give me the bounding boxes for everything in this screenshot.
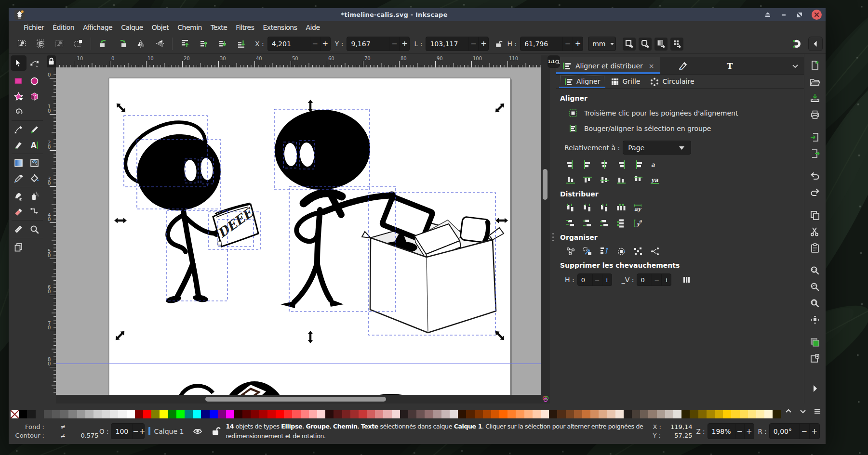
zoom-focus-button[interactable] bbox=[809, 314, 821, 325]
subtab-grille[interactable]: Grille bbox=[605, 75, 645, 88]
swatch-00ffff[interactable] bbox=[193, 410, 201, 418]
swatch-ff2a2a[interactable] bbox=[284, 410, 292, 418]
swatch-1a1a1a[interactable] bbox=[27, 410, 35, 418]
dist-text-h-button[interactable]: ay bbox=[633, 203, 643, 213]
shade-window-button[interactable] bbox=[764, 11, 772, 19]
swatch-803300[interactable] bbox=[475, 410, 483, 418]
unit-select[interactable]: mm bbox=[588, 37, 616, 51]
lower-button[interactable] bbox=[216, 38, 228, 50]
swatch-000000[interactable] bbox=[19, 410, 27, 418]
edit-paste-button[interactable] bbox=[809, 242, 821, 254]
swatch-ff6600[interactable] bbox=[499, 410, 507, 418]
swatch-none[interactable] bbox=[11, 410, 19, 418]
swatch-ffcc00[interactable] bbox=[723, 410, 731, 418]
swatch-806600[interactable] bbox=[698, 410, 707, 418]
swatch-ffe680[interactable] bbox=[748, 410, 756, 418]
rotate-ccw-button[interactable] bbox=[97, 38, 109, 50]
swatch-501616[interactable] bbox=[334, 410, 342, 418]
swatch-008000[interactable] bbox=[168, 410, 176, 418]
position-x-increment-button[interactable]: + bbox=[320, 37, 330, 51]
horizontal-scrollbar-thumb[interactable] bbox=[205, 397, 386, 402]
tool-connector[interactable] bbox=[27, 204, 42, 219]
swatch-e3e0db[interactable] bbox=[673, 410, 681, 418]
swatch-ff5555[interactable] bbox=[292, 410, 300, 418]
swatch-550000[interactable] bbox=[242, 410, 251, 418]
swatch-aa0000[interactable] bbox=[259, 410, 267, 418]
unoverlap-button[interactable] bbox=[682, 274, 693, 285]
align-right-button[interactable] bbox=[616, 159, 627, 170]
swatch-e9c6af[interactable] bbox=[607, 410, 615, 418]
transform-corners-toggle[interactable] bbox=[639, 38, 652, 51]
tool-fill-bucket[interactable] bbox=[27, 170, 42, 186]
swatch-c83737[interactable] bbox=[359, 410, 367, 418]
swatch-28170b[interactable] bbox=[549, 410, 557, 418]
align-bottom-anchor-button[interactable] bbox=[565, 175, 576, 185]
arrange-exchange-stacking-button[interactable] bbox=[599, 246, 610, 257]
arrange-randomize-button[interactable] bbox=[633, 246, 643, 257]
dist-gaps-v-button[interactable] bbox=[616, 218, 627, 229]
align-bottom-button[interactable] bbox=[616, 175, 627, 185]
document-import-button[interactable] bbox=[809, 131, 821, 143]
selection-touch-button[interactable] bbox=[72, 38, 84, 50]
zoom-page-button[interactable] bbox=[809, 298, 821, 309]
zoom-1-1-badge[interactable]: 1:1 bbox=[548, 55, 560, 68]
swatch-aa4400[interactable] bbox=[483, 410, 491, 418]
height-increment-button[interactable]: + bbox=[573, 37, 583, 51]
swatch-d4aa00[interactable] bbox=[715, 410, 723, 418]
color-managed-toggle[interactable] bbox=[541, 395, 550, 403]
tool-text[interactable]: A bbox=[27, 137, 42, 153]
swatch-ffffff[interactable] bbox=[127, 410, 135, 418]
swatch-00ff00[interactable] bbox=[176, 410, 185, 418]
edit-undo-button[interactable] bbox=[809, 170, 821, 182]
edit-cut-button[interactable] bbox=[809, 226, 821, 237]
zoom-field[interactable]: 198%−+ bbox=[708, 423, 754, 439]
menu-aide[interactable]: Aide bbox=[302, 22, 324, 33]
palette-menu-button[interactable] bbox=[813, 407, 822, 416]
opacity-decrement-button[interactable]: − bbox=[132, 424, 139, 439]
align-left-anchor-button[interactable] bbox=[565, 159, 576, 170]
tool-spiral[interactable] bbox=[11, 104, 27, 119]
swatch-a02c2c[interactable] bbox=[350, 410, 359, 418]
opacity-increment-button[interactable]: + bbox=[139, 424, 146, 439]
transform-gradient-toggle[interactable] bbox=[654, 38, 668, 51]
swatch-aa8800[interactable] bbox=[707, 410, 715, 418]
align-left-button[interactable] bbox=[582, 159, 593, 170]
swatch-999999[interactable] bbox=[77, 410, 85, 418]
swatch-e3dbdb[interactable] bbox=[450, 410, 458, 418]
palette-up-button[interactable] bbox=[784, 407, 793, 416]
swatch-ff9955[interactable] bbox=[516, 410, 524, 418]
transform-stroke-toggle[interactable] bbox=[623, 38, 636, 51]
swatch-c8b7b7[interactable] bbox=[441, 410, 450, 418]
tool-eraser[interactable] bbox=[11, 204, 27, 219]
align-option-0[interactable]: Troisième clic pour les poignées d'align… bbox=[569, 109, 804, 117]
dist-gaps-h-button[interactable] bbox=[616, 203, 627, 213]
tab-close-icon[interactable]: × bbox=[649, 62, 654, 70]
document-new-button[interactable] bbox=[809, 60, 821, 71]
align-right-anchor-button[interactable] bbox=[633, 159, 643, 170]
swatch-800000[interactable] bbox=[135, 410, 143, 418]
swatch-f4e3d7[interactable] bbox=[615, 410, 624, 418]
swatch-a05a2c[interactable] bbox=[574, 410, 582, 418]
tool-tweak[interactable] bbox=[11, 188, 27, 204]
titlebar[interactable]: *timeline-calis.svg - Inkscape bbox=[9, 8, 826, 21]
swatch-d45500[interactable] bbox=[491, 410, 499, 418]
menu-affichage[interactable]: Affichage bbox=[79, 22, 117, 33]
overlap-h-decrement-button[interactable]: − bbox=[592, 274, 602, 286]
tool-spray[interactable] bbox=[27, 188, 42, 204]
swatch-6c5353[interactable] bbox=[416, 410, 425, 418]
flip-vertical-button[interactable] bbox=[154, 38, 166, 50]
layer-lock-icon[interactable] bbox=[211, 426, 221, 436]
tool-rect[interactable] bbox=[11, 73, 27, 89]
swatch-ffdd55[interactable] bbox=[740, 410, 748, 418]
menu-edition[interactable]: Édition bbox=[48, 22, 79, 33]
swatch-d40000[interactable] bbox=[267, 410, 276, 418]
overlap-v-field[interactable]: 0−+ bbox=[637, 273, 671, 286]
swatch-2b0000[interactable] bbox=[234, 410, 242, 418]
tool-selector[interactable] bbox=[11, 55, 27, 71]
overlap-h-increment-button[interactable]: + bbox=[602, 274, 612, 286]
expand-more-button[interactable] bbox=[809, 383, 821, 394]
swatch-cccccc[interactable] bbox=[93, 410, 102, 418]
menu-calque[interactable]: Calque bbox=[117, 22, 147, 33]
dist-top-button[interactable] bbox=[565, 218, 576, 229]
dialog-fill-stroke-button[interactable] bbox=[809, 337, 821, 348]
